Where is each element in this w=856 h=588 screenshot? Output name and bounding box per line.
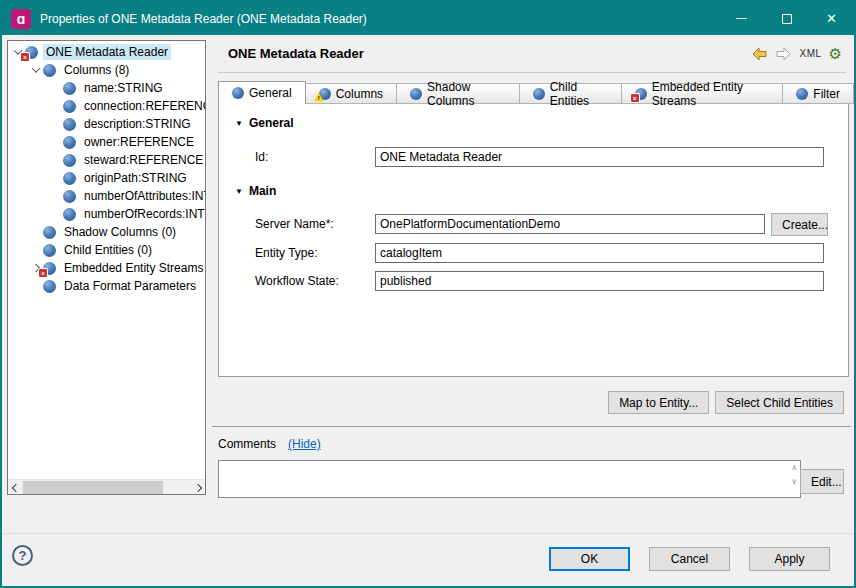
maximize-icon — [782, 14, 792, 24]
scroll-right-icon[interactable] — [190, 480, 205, 495]
entity-icon — [410, 88, 422, 100]
scroll-left-icon[interactable] — [8, 480, 23, 495]
tab-child-entities[interactable]: Child Entities — [520, 83, 622, 104]
error-badge-icon: x — [631, 94, 639, 102]
tab-bar: General ! Columns Shadow Columns Child E… — [218, 81, 854, 104]
tree-item[interactable]: Child Entities (0) — [8, 241, 205, 259]
map-to-entity-button[interactable]: Map to Entity... — [608, 391, 709, 414]
apply-button[interactable]: Apply — [749, 547, 830, 571]
tree-item[interactable]: Columns (8) — [8, 61, 205, 79]
scroll-up-icon[interactable]: ∧ — [791, 464, 797, 472]
entity-icon: x — [25, 46, 38, 59]
tree-item[interactable]: x ONE Metadata Reader — [8, 43, 205, 61]
tree-item-label: description:STRING — [81, 116, 194, 132]
tree-item-label: Columns (8) — [61, 62, 132, 78]
tree-item[interactable]: name:STRING — [8, 79, 205, 97]
create-button[interactable]: Create... — [771, 213, 828, 236]
tab-general[interactable]: General — [218, 81, 306, 104]
tree-item[interactable]: originPath:STRING — [8, 169, 205, 187]
cancel-button[interactable]: Cancel — [649, 547, 730, 571]
tab-filter[interactable]: Filter — [783, 83, 854, 104]
select-child-entities-button[interactable]: Select Child Entities — [715, 391, 844, 414]
hide-comments-link[interactable]: (Hide) — [288, 437, 321, 451]
maximize-button[interactable] — [764, 2, 809, 35]
xml-view-button[interactable]: XML — [799, 48, 821, 59]
tab-label: General — [249, 86, 292, 100]
workflow-state-field[interactable] — [375, 271, 824, 291]
entity-icon — [63, 100, 76, 113]
comments-label: Comments — [218, 437, 276, 451]
tree-item[interactable]: numberOfRecords:INTE — [8, 205, 205, 223]
section-title: Main — [249, 184, 276, 198]
entity-icon — [43, 64, 56, 77]
entity-icon — [63, 136, 76, 149]
tree-item[interactable]: Data Format Parameters — [8, 277, 205, 295]
scrollbar-thumb[interactable] — [23, 481, 163, 494]
entity-icon — [43, 244, 56, 257]
tree-horizontal-scrollbar[interactable] — [8, 479, 205, 494]
footer-divider — [2, 533, 854, 534]
error-badge-icon: x — [21, 53, 29, 61]
app-logo-icon: ɑ — [11, 9, 31, 29]
entity-icon — [232, 87, 244, 99]
edit-comments-button[interactable]: Edit... — [800, 469, 844, 494]
entity-icon — [796, 88, 808, 100]
content-divider — [212, 426, 851, 427]
comments-textarea[interactable] — [220, 462, 782, 496]
error-badge-icon: x — [39, 269, 47, 277]
header-divider — [218, 72, 846, 73]
warning-badge-icon: ! — [314, 93, 324, 102]
entity-icon — [533, 88, 545, 100]
server-name-field[interactable] — [375, 214, 765, 234]
tree-item[interactable]: owner:REFERENCE — [8, 133, 205, 151]
help-button[interactable]: ? — [12, 545, 33, 566]
tab-label: Embedded Entity Streams — [652, 80, 770, 108]
ok-button[interactable]: OK — [549, 547, 630, 571]
tree-item[interactable]: Shadow Columns (0) — [8, 223, 205, 241]
minimize-button[interactable] — [719, 2, 764, 35]
tree-item-label: Child Entities (0) — [61, 242, 155, 258]
tree-item[interactable]: connection:REFERENCE — [8, 97, 205, 115]
entity-icon — [43, 280, 56, 293]
tree-item-label: Shadow Columns (0) — [61, 224, 179, 240]
workflow-state-label: Workflow State: — [255, 274, 339, 288]
back-arrow-icon[interactable] — [751, 47, 768, 61]
collapse-chevron-icon[interactable] — [29, 67, 43, 73]
section-general[interactable]: ▼ General — [235, 116, 294, 130]
close-icon: ✕ — [826, 12, 837, 25]
tree-item-label: connection:REFERENCE — [81, 98, 205, 114]
close-button[interactable]: ✕ — [809, 2, 854, 35]
tree-item-label: ONE Metadata Reader — [43, 44, 171, 60]
tab-label: Shadow Columns — [427, 80, 506, 108]
entity-icon — [63, 154, 76, 167]
tab-columns[interactable]: ! Columns — [306, 83, 397, 104]
tab-shadow-columns[interactable]: Shadow Columns — [397, 83, 520, 104]
section-main[interactable]: ▼ Main — [235, 184, 276, 198]
tab-label: Child Entities — [550, 80, 608, 108]
tree-item[interactable]: numberOfAttributes:INT — [8, 187, 205, 205]
server-name-label: Server Name*: — [255, 217, 334, 231]
entity-icon: x — [43, 262, 56, 275]
properties-dialog: ɑ Properties of ONE Metadata Reader (ONE… — [0, 0, 856, 588]
tree-item-label: Embedded Entity Streams ( — [61, 260, 205, 276]
entity-icon: x — [635, 88, 647, 100]
entity-type-field[interactable] — [375, 243, 824, 263]
entity-icon — [63, 172, 76, 185]
forward-arrow-icon[interactable] — [775, 47, 792, 61]
tree-item-label: owner:REFERENCE — [81, 134, 197, 150]
section-collapse-icon: ▼ — [235, 187, 243, 196]
entity-tree: x ONE Metadata Reader Columns (8) name:S… — [7, 40, 206, 495]
tree-item[interactable]: description:STRING — [8, 115, 205, 133]
tree-item-label: name:STRING — [81, 80, 166, 96]
comments-box: ∧ ∨ — [218, 460, 801, 498]
tree-item[interactable]: x Embedded Entity Streams ( — [8, 259, 205, 277]
gear-icon[interactable]: ⚙ — [829, 46, 842, 61]
tree-item[interactable]: steward:REFERENCE — [8, 151, 205, 169]
entity-type-label: Entity Type: — [255, 246, 317, 260]
tree-item-label: numberOfRecords:INTE — [81, 206, 205, 222]
tab-embedded-entity-streams[interactable]: x Embedded Entity Streams — [622, 83, 784, 104]
entity-icon — [43, 226, 56, 239]
scroll-down-icon[interactable]: ∨ — [791, 478, 797, 486]
entity-icon: ! — [319, 88, 331, 100]
id-field[interactable] — [375, 147, 824, 167]
